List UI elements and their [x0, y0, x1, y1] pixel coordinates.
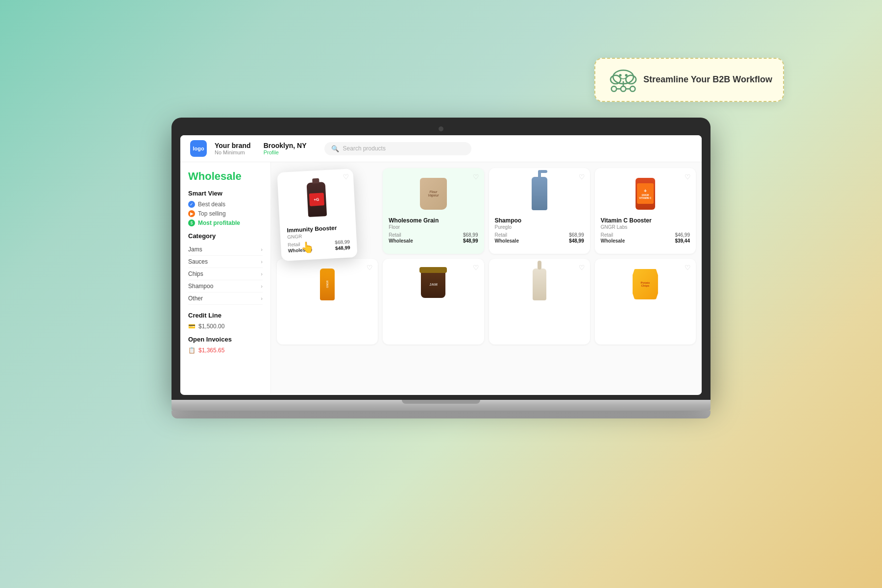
vitamin-c-wholesale-price: $39,44 — [675, 238, 690, 244]
credit-amount: 💳 $1,500.00 — [188, 323, 263, 330]
products-grid: ♡ +G Immunity Booster GNGR Retail $68,99 — [277, 168, 696, 344]
app-body: Wholesale Smart View ✓ Best deals ▶ Top … — [180, 162, 702, 394]
brand-logo: logo — [190, 140, 207, 157]
product-card-juice[interactable]: ♡ — [277, 259, 378, 344]
best-deals-label: Best deals — [198, 201, 225, 208]
vitamin-c-brand: GNGR Labs — [601, 224, 690, 230]
floating-product-card[interactable]: ♡ +G Immunity Booster GNGR Retail $68,99 — [277, 169, 357, 261]
bottle-label: +G — [309, 193, 324, 206]
vitamin-c-retail-row: Retail $46,99 — [601, 232, 690, 238]
chevron-right-icon: › — [261, 271, 263, 277]
open-invoices-section: Open Invoices 📋 $1,365.65 — [188, 336, 263, 354]
heart-lotion[interactable]: ♡ — [579, 264, 585, 271]
category-item-chips[interactable]: Chips › — [188, 268, 263, 280]
wholesome-grain-img-area: FlourVapeur — [389, 174, 478, 213]
shampoo-retail-label: Retail — [495, 232, 508, 238]
chips-img-area: PotatoChips — [601, 265, 690, 304]
heart-shampoo[interactable]: ♡ — [579, 173, 585, 181]
svg-point-4 — [625, 74, 627, 76]
category-item-sauces[interactable]: Sauces › — [188, 256, 263, 268]
vitamin-c-wholesale-label: Wholesale — [601, 238, 625, 244]
category-shampoo-label: Shampoo — [188, 283, 213, 290]
heart-chips[interactable]: ♡ — [685, 264, 691, 271]
brand-name: Your brand — [215, 142, 251, 149]
category-item-jams[interactable]: Jams › — [188, 244, 263, 256]
product-card-shampoo[interactable]: ♡ Shampoo Pureglo Retail $68,99 — [489, 168, 590, 254]
heart-vitamin-c[interactable]: ♡ — [685, 173, 691, 181]
heart-juice[interactable]: ♡ — [367, 264, 373, 271]
category-chips-label: Chips — [188, 270, 203, 277]
product-card-wholesome-grain[interactable]: ♡ FlourVapeur Wholesome Grain Floor Reta… — [383, 168, 484, 254]
category-other-label: Other — [188, 295, 203, 302]
svg-point-3 — [619, 74, 621, 76]
category-jams-label: Jams — [188, 246, 202, 253]
jam-img — [421, 271, 445, 298]
sidebar-item-best-deals[interactable]: ✓ Best deals — [188, 201, 263, 208]
top-selling-dot: ▶ — [188, 210, 195, 217]
product-card-jam[interactable]: ♡ — [383, 259, 484, 344]
profile-link[interactable]: Profile — [264, 149, 307, 155]
laptop-screen: logo Your brand No Minimum Brooklyn, NY … — [180, 135, 702, 395]
invoice-icon: 📋 — [188, 347, 196, 354]
tooltip-icon — [606, 68, 636, 92]
category-sauces-label: Sauces — [188, 258, 208, 265]
wholesome-grain-wholesale-price: $48,99 — [463, 238, 478, 244]
chevron-right-icon: › — [261, 246, 263, 252]
svg-point-2 — [626, 75, 636, 84]
search-bar[interactable]: 🔍 Search products — [324, 142, 471, 155]
wholesome-grain-wholesale-row: Wholesale $48,99 — [389, 238, 478, 244]
lotion-img — [533, 269, 546, 300]
vitamin-c-wholesale-row: Wholesale $39,44 — [601, 238, 690, 244]
vitamin-c-retail-price: $46,99 — [675, 232, 690, 238]
cursor-hand-icon: 👆 — [300, 241, 314, 254]
smart-view-section-title: Smart View — [188, 190, 263, 197]
product-card-lotion[interactable]: ♡ — [489, 259, 590, 344]
svg-point-6 — [621, 86, 626, 91]
search-placeholder: Search products — [343, 145, 386, 152]
floating-retail-label: Retail — [288, 242, 300, 247]
category-item-other[interactable]: Other › — [188, 293, 263, 305]
laptop-screen-outer: logo Your brand No Minimum Brooklyn, NY … — [172, 118, 710, 400]
laptop-frame: logo Your brand No Minimum Brooklyn, NY … — [172, 118, 710, 470]
tooltip-card: Streamline Your B2B Workflow — [594, 58, 784, 102]
credit-line-section: Credit Line 💳 $1,500.00 — [188, 312, 263, 330]
wholesome-grain-retail-label: Retail — [389, 232, 401, 238]
shampoo-img — [532, 177, 547, 210]
shampoo-wholesale-label: Wholesale — [495, 238, 519, 244]
heart-jam[interactable]: ♡ — [473, 264, 479, 271]
credit-line-title: Credit Line — [188, 312, 263, 319]
wholesome-grain-brand: Floor — [389, 224, 478, 230]
location-block: Brooklyn, NY Profile — [264, 142, 307, 155]
invoice-amount-row: 📋 $1,365.65 — [188, 347, 263, 354]
sidebar-item-most-profitable[interactable]: $ Most profitable — [188, 220, 263, 226]
top-selling-label: Top selling — [198, 210, 226, 217]
brand-subtitle: No Minimum — [215, 149, 251, 155]
floating-heart-btn[interactable]: ♡ — [343, 172, 350, 181]
floating-wholesale-price: $48,99 — [335, 245, 350, 251]
shampoo-retail-price: $68,99 — [569, 232, 584, 238]
category-section-title: Category — [188, 232, 263, 240]
jam-img-area — [389, 265, 478, 304]
chips-img: PotatoChips — [633, 269, 658, 299]
sidebar-item-top-selling[interactable]: ▶ Top selling — [188, 210, 263, 217]
chips-text: PotatoChips — [641, 281, 650, 287]
product-card-vitamin-c[interactable]: ♡ + GNGRVITAMIN C Vitamin C Booster — [595, 168, 696, 254]
open-invoices-title: Open Invoices — [188, 336, 263, 343]
product-card-chips[interactable]: ♡ PotatoChips — [595, 259, 696, 344]
category-item-shampoo[interactable]: Shampoo › — [188, 280, 263, 293]
can-label: + GNGRVITAMIN C — [637, 183, 654, 204]
wholesome-grain-wholesale-label: Wholesale — [389, 238, 413, 244]
wholesome-grain-img: FlourVapeur — [420, 178, 447, 210]
shampoo-name: Shampoo — [495, 217, 584, 224]
lotion-img-area — [495, 265, 584, 304]
svg-point-1 — [611, 75, 621, 84]
juice-img-area — [283, 265, 372, 304]
juice-img — [320, 269, 335, 300]
page-title: Wholesale — [188, 170, 263, 183]
shampoo-brand: Pureglo — [495, 224, 584, 230]
credit-value: $1,500.00 — [198, 323, 224, 330]
invoice-value: $1,365.65 — [198, 347, 224, 354]
shampoo-img-area — [495, 174, 584, 213]
heart-wholesome-grain[interactable]: ♡ — [473, 173, 479, 181]
shampoo-retail-row: Retail $68,99 — [495, 232, 584, 238]
